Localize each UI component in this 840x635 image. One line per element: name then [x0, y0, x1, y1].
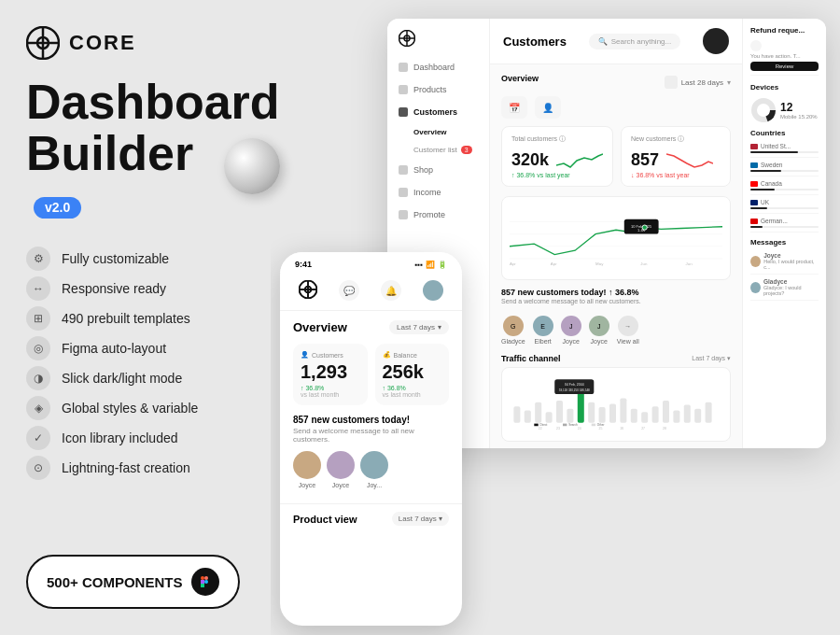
svg-rect-36 [588, 402, 595, 423]
mobile-chat-icon[interactable]: 💬 [339, 280, 359, 301]
mobile-balance-period: vs last month [383, 391, 442, 398]
svg-rect-44 [673, 411, 679, 423]
date-range: Last 28 days [681, 78, 723, 87]
message-joyce: Joyce Hello, I would product, c... [750, 252, 819, 275]
feature-label-styles: Global styles & variable [62, 401, 198, 416]
mobile-cards: 👤 Customers 1,293 ↑ 36.8% vs last month … [293, 344, 449, 405]
mobile-status-bar: 9:41 ▪▪▪ 📶 🔋 [280, 252, 462, 273]
desk-main: Customers 🔍 Search anything... Overview … [490, 19, 742, 448]
mobile-product-date[interactable]: Last 7 days ▾ [392, 512, 449, 526]
svg-rect-5 [201, 580, 204, 584]
person-icon: 👤 [535, 96, 561, 119]
mobile-customers-change: ↑ 36.8% [301, 385, 360, 391]
country-germany: German... [750, 218, 819, 233]
user-avatar[interactable] [703, 28, 729, 54]
feature-icon-customizable: ⚙ [26, 247, 50, 271]
mobile-av-joyce1: Joyce [293, 451, 321, 488]
mobile-product-chevron: ▾ [439, 515, 442, 523]
core-logo-icon [26, 26, 60, 60]
calendar-icon-2: 📅 [501, 96, 527, 119]
nav-shop-icon [399, 165, 408, 175]
nav-dashboard[interactable]: Dashboard [387, 56, 489, 78]
traffic-chart-svg: 04 Feb, 2044 59,118 330,250 346,548 [510, 375, 722, 433]
mobile-balance-change: ↑ 36.8% [383, 385, 442, 391]
mobile-product-date-label: Last 7 days [399, 515, 437, 523]
mobile-date-label: Last 7 days [397, 323, 435, 332]
country-uk: UK [750, 199, 819, 214]
desk-sidebar-logo [387, 30, 489, 56]
title-line2: Builder [26, 126, 193, 180]
chevron-down-icon: ▾ [727, 78, 731, 87]
desk-search[interactable]: 🔍 Search anything... [589, 34, 680, 49]
customer-badge: 3 [461, 146, 472, 154]
left-panel: CORE Dashboard Builder v2.0 ⚙ Fully cust… [0, 0, 271, 635]
svg-rect-45 [684, 404, 691, 422]
traffic-date: Last 7 days ▾ [692, 355, 731, 362]
desk-page-title: Customers [503, 35, 567, 49]
svg-rect-28 [535, 402, 541, 423]
total-sparkline [556, 147, 603, 170]
feature-label-responsive: Responsive ready [62, 281, 166, 296]
flag-us [750, 144, 758, 149]
cta-button[interactable]: 500+ COMPONENTS [26, 555, 240, 609]
nav-shop-label: Shop [413, 165, 433, 175]
traffic-section: Traffic channel Last 7 days ▾ [501, 354, 731, 442]
nav-customers[interactable]: Customers [387, 101, 489, 123]
nav-dashboard-icon [399, 63, 408, 72]
svg-point-20 [642, 225, 647, 230]
mobile-date-select[interactable]: Last 7 days ▾ [389, 320, 449, 334]
feature-icon-check: ✓ [26, 426, 50, 450]
mobile-chevron: ▾ [438, 323, 441, 332]
nav-sub-customerlist[interactable]: Customer list 3 [387, 141, 489, 159]
features-list: ⚙ Fully customizable ↔ Responsive ready … [26, 247, 245, 480]
feature-label-autolayout: Figma auto-layout [62, 341, 166, 356]
svg-rect-38 [609, 404, 616, 423]
view-all-btn[interactable]: → View all [617, 316, 639, 345]
signal-icon: ▪▪▪ [414, 261, 423, 269]
mobile-customers-period: vs last month [301, 391, 360, 398]
mobile-avatar[interactable] [423, 280, 443, 301]
logo-area: CORE [26, 26, 245, 60]
review-button[interactable]: Review [750, 62, 819, 71]
svg-text:Other: Other [597, 423, 605, 427]
nav-promote-icon [399, 210, 408, 219]
nav-promote-label: Promote [413, 210, 445, 219]
refund-icon [750, 40, 762, 51]
mobile-card-balance: 💰 Balance 256k ↑ 36.8% vs last month [375, 344, 450, 405]
feature-responsive: ↔ Responsive ready [26, 276, 245, 301]
mobile-bell-icon[interactable]: 🔔 [381, 280, 401, 301]
svg-rect-46 [694, 409, 701, 423]
nav-income[interactable]: Income [387, 181, 489, 204]
device-percent: 12 [780, 101, 818, 114]
svg-rect-6 [201, 584, 204, 587]
mobile-customers-label: 👤 Customers [301, 351, 360, 359]
svg-text:23: 23 [556, 427, 560, 430]
nav-shop[interactable]: Shop [387, 159, 489, 181]
message-gladyce: Gladyce Gladyce: I would projects? [750, 278, 819, 301]
mobile-avatars-row: Joyce Joyce Joy... [293, 451, 449, 488]
metric-total-change: ↑ 36.8% vs last year [511, 172, 603, 178]
device-type: Mobile 15.20% [780, 114, 818, 120]
feature-label-fast: Lightning-fast creation [62, 460, 190, 475]
nav-dashboard-label: Dashboard [413, 63, 455, 72]
mobile-overview-title: Overview [293, 320, 347, 334]
feature-label-customizable: Fully customizable [62, 251, 169, 266]
svg-rect-42 [652, 406, 659, 423]
nav-sub-overview[interactable]: Overview [387, 123, 489, 141]
svg-rect-39 [620, 398, 626, 422]
refund-item: You have action. T... Review [750, 40, 819, 76]
metric-new-value: 857 [631, 150, 659, 170]
mobile-balance-value: 256k [383, 361, 442, 383]
nav-promote[interactable]: Promote [387, 204, 489, 226]
avatar-gladyce [750, 282, 761, 293]
preview-area: Dashboard Products Customers Overview Cu… [271, 0, 840, 635]
nav-products[interactable]: Products [387, 78, 489, 101]
svg-text:24: 24 [578, 427, 581, 430]
customer-joyce2: J Joyce [589, 316, 609, 345]
mobile-promo-title: 857 new customers today! [293, 415, 449, 425]
desk-right-panel: Refund reque... You have action. T... Re… [742, 19, 826, 448]
customer-gladyce: G Gladyce [501, 316, 525, 345]
feature-label-darkmode: Slick dark/light mode [62, 371, 182, 386]
mobile-overview-header: Overview Last 7 days ▾ [293, 320, 449, 334]
feature-icon-fast: ⊙ [26, 456, 50, 480]
